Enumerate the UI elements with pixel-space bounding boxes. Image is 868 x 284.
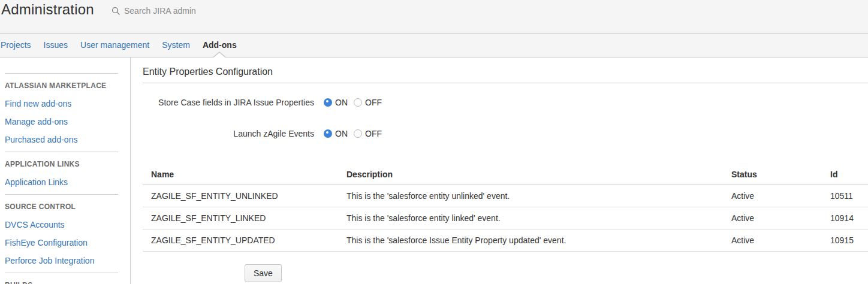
- cell-id: 10511: [830, 185, 868, 207]
- sidebar-item-find-new-add-ons[interactable]: Find new add-ons: [5, 95, 118, 113]
- save-button[interactable]: Save: [245, 264, 282, 282]
- sidebar-item-application-links[interactable]: Application Links: [5, 173, 118, 191]
- table-header-row: NameDescriptionStatusId: [143, 165, 868, 185]
- section-heading: Entity Properties Configuration: [143, 58, 868, 83]
- sidebar-item-purchased-add-ons[interactable]: Purchased add-ons: [5, 131, 118, 149]
- cell-name: ZAGILE_SF_ENTITY_UPDATED: [143, 229, 346, 252]
- setting-label: Launch zAgile Events: [143, 129, 324, 138]
- setting-row-launch-zagile-events: Launch zAgile EventsONOFF: [143, 125, 868, 142]
- cell-description: This is the 'salesforce entity linked' e…: [346, 207, 731, 229]
- settings-form: Store Case fields in JIRA Issue Properti…: [143, 94, 868, 142]
- tab-add-ons[interactable]: Add-ons: [203, 34, 237, 57]
- tab-system[interactable]: System: [162, 34, 190, 57]
- cell-description: This is the 'salesforce entity unlinked'…: [346, 185, 731, 207]
- table-row: ZAGILE_SF_ENTITY_UPDATEDThis is the 'sal…: [143, 229, 868, 252]
- cell-status: Active: [731, 207, 830, 229]
- column-header-status: Status: [731, 165, 830, 185]
- sidebar-item-dvcs-accounts[interactable]: DVCS Accounts: [5, 216, 118, 234]
- sidebar-section-title: SOURCE CONTROL: [5, 203, 118, 211]
- cell-name: ZAGILE_SF_ENTITY_UNLINKED: [143, 185, 346, 207]
- sidebar-section-application-links: APPLICATION LINKSApplication Links: [5, 152, 118, 194]
- radio-group: ONOFF: [324, 129, 388, 138]
- radio-off[interactable]: [354, 129, 362, 138]
- admin-search: [111, 5, 231, 16]
- search-icon: [111, 7, 120, 15]
- sidebar-section-builds: BUILDS: [5, 273, 118, 284]
- app-header: Administration: [0, 0, 868, 34]
- radio-on-selected[interactable]: [324, 129, 332, 138]
- events-table: NameDescriptionStatusId ZAGILE_SF_ENTITY…: [143, 165, 868, 252]
- sidebar-section-title: ATLASSIAN MARKETPLACE: [5, 81, 118, 90]
- sidebar-section-source-control: SOURCE CONTROLDVCS AccountsFishEye Confi…: [5, 194, 118, 273]
- cell-status: Active: [731, 229, 830, 252]
- cell-id: 10915: [830, 229, 868, 252]
- radio-on-selected[interactable]: [324, 98, 332, 107]
- tab-issues[interactable]: Issues: [44, 34, 68, 57]
- radio-option-label: ON: [335, 129, 348, 138]
- column-header-description: Description: [346, 165, 731, 185]
- table-row: ZAGILE_SF_ENTITY_UNLINKEDThis is the 'sa…: [143, 185, 868, 207]
- sidebar: ATLASSIAN MARKETPLACEFind new add-onsMan…: [0, 58, 131, 284]
- setting-row-store-case-fields-in-jira-issue-properties: Store Case fields in JIRA Issue Properti…: [143, 94, 868, 111]
- sidebar-section-title: APPLICATION LINKS: [5, 160, 118, 168]
- cell-id: 10914: [830, 207, 868, 229]
- cell-name: ZAGILE_SF_ENTITY_LINKED: [143, 207, 346, 229]
- radio-off[interactable]: [354, 98, 362, 107]
- sidebar-item-perforce-job-integration[interactable]: Perforce Job Integration: [5, 252, 118, 270]
- admin-layout: ATLASSIAN MARKETPLACEFind new add-onsMan…: [0, 58, 868, 284]
- cell-status: Active: [731, 185, 830, 207]
- sidebar-item-fisheye-configuration[interactable]: FishEye Configuration: [5, 234, 118, 252]
- sidebar-section-title: BUILDS: [5, 281, 118, 284]
- sidebar-item-manage-add-ons[interactable]: Manage add-ons: [5, 113, 118, 131]
- radio-option-label: OFF: [365, 98, 382, 107]
- column-header-name: Name: [143, 165, 346, 185]
- search-input[interactable]: [123, 5, 231, 16]
- sidebar-section-atlassian-marketplace: ATLASSIAN MARKETPLACEFind new add-onsMan…: [5, 73, 118, 152]
- setting-label: Store Case fields in JIRA Issue Properti…: [143, 98, 324, 107]
- page-title: Administration: [1, 1, 94, 18]
- radio-group: ONOFF: [324, 98, 388, 107]
- column-header-id: Id: [830, 165, 868, 185]
- radio-option-label: OFF: [365, 129, 382, 138]
- tab-user-management[interactable]: User management: [80, 34, 149, 57]
- table-row: ZAGILE_SF_ENTITY_LINKEDThis is the 'sale…: [143, 207, 868, 229]
- admin-nav: ProjectsIssuesUser managementSystemAdd-o…: [0, 34, 868, 58]
- tab-projects[interactable]: Projects: [1, 34, 31, 57]
- cell-description: This is the 'salesforce Issue Entity Pro…: [346, 229, 731, 252]
- radio-option-label: ON: [335, 98, 348, 107]
- main-content: Entity Properties Configuration Store Ca…: [131, 58, 868, 284]
